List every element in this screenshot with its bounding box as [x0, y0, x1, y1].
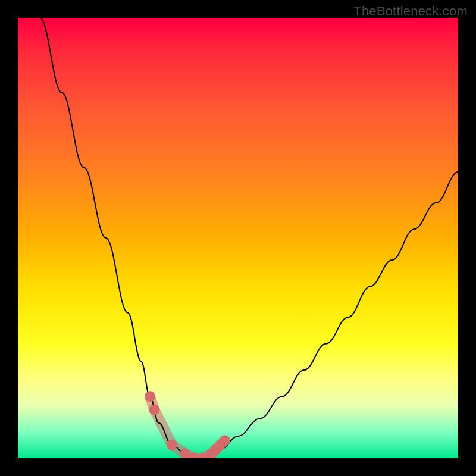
highlight-marker: [149, 405, 159, 415]
highlight-marker: [145, 391, 155, 402]
highlight-marker: [220, 435, 230, 446]
watermark-text: TheBottleneck.com: [353, 4, 468, 19]
chart-frame: TheBottleneck.com: [0, 0, 476, 476]
plot-area: [18, 18, 458, 458]
highlight-marker: [167, 440, 177, 450]
chart-svg: [18, 18, 458, 458]
bottleneck-curve-path: [40, 18, 458, 458]
